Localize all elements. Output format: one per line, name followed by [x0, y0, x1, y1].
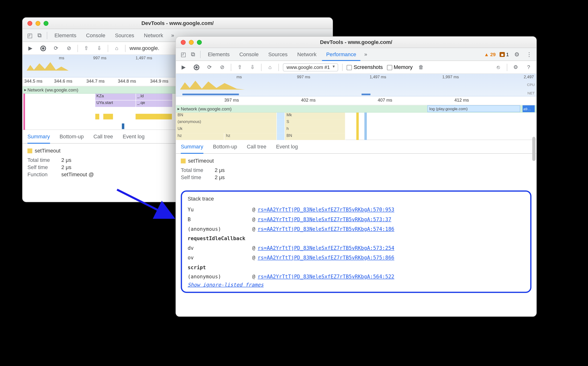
tab-elements[interactable]: Elements: [204, 48, 234, 61]
timeline-overview[interactable]: ms 997 ms 1,497 ms 1,997 ms 2,497 CPU NE…: [176, 74, 536, 96]
home-icon[interactable]: ⌂: [265, 63, 274, 72]
subtab-bottomup[interactable]: Bottom-up: [213, 140, 237, 153]
stack-source-link[interactable]: rs=AA2YrTtTjPD_83NeleSxfEZ7rTB5vRKbgA:56…: [258, 272, 394, 282]
tab-sources[interactable]: Sources: [111, 29, 138, 42]
help-icon[interactable]: ?: [524, 63, 533, 72]
recording-selector[interactable]: www.google.com #1: [283, 63, 338, 71]
ruler-tick: 344.6 ms: [54, 79, 72, 84]
upload-icon[interactable]: ⇧: [82, 44, 91, 53]
settings-icon[interactable]: ⚙: [511, 63, 520, 72]
network-bar-log[interactable]: log (play.google.com): [427, 105, 520, 112]
panel-tabs: ◰ ⧉ Elements Console Sources Network Per…: [176, 48, 536, 61]
download-icon[interactable]: ⇩: [95, 44, 104, 53]
inspect-icon[interactable]: ◰: [179, 50, 187, 58]
flame-block[interactable]: (anonymous): [176, 119, 277, 126]
flame-chart[interactable]: BN Mk (anonymous) S Uk h hz hz BN: [176, 113, 536, 140]
download-icon[interactable]: ⇩: [248, 63, 257, 72]
url-label: www.google.: [130, 45, 159, 51]
more-tabs-icon[interactable]: »: [169, 32, 176, 38]
flame-block[interactable]: [277, 133, 285, 140]
gear-icon[interactable]: ⚙: [513, 50, 521, 58]
stack-frame: (anonymous)@rs=AA2YrTtTjPD_83NeleSxfEZ7r…: [188, 224, 525, 234]
flame-block[interactable]: _.qe: [136, 100, 172, 107]
flame-block[interactable]: hz: [224, 133, 277, 140]
stack-frame: requestIdleCallback: [188, 234, 525, 243]
record-button[interactable]: [39, 44, 47, 53]
flame-block[interactable]: Uk: [176, 126, 277, 133]
more-tabs-icon[interactable]: »: [362, 51, 369, 57]
flame-block[interactable]: _.ld: [136, 94, 172, 100]
stack-source-link[interactable]: rs=AA2YrTtTjPD_83NeleSxfEZ7rTB5vRKbgA:57…: [258, 214, 391, 224]
inspect-icon[interactable]: ◰: [26, 31, 34, 39]
flame-block[interactable]: BN: [176, 113, 277, 120]
scrollbar[interactable]: [532, 137, 535, 161]
upload-icon[interactable]: ⇧: [235, 63, 244, 72]
network-bar-a9[interactable]: a9…: [523, 105, 535, 112]
stack-source-link[interactable]: rs=AA2YrTtTjPD_83NeleSxfEZ7rTB5vRKbgA:57…: [258, 224, 394, 234]
flame-block[interactable]: S: [285, 119, 345, 126]
ruler-tick: 402 ms: [301, 98, 316, 103]
stack-fn: Yu: [188, 205, 252, 214]
shortcuts-icon[interactable]: ⎋: [494, 63, 503, 72]
subtab-summary[interactable]: Summary: [181, 140, 203, 154]
tab-sources[interactable]: Sources: [264, 48, 292, 61]
flame-block[interactable]: KZa: [95, 94, 136, 100]
time-ruler[interactable]: 397 ms 402 ms 407 ms 412 ms: [176, 97, 536, 106]
home-icon[interactable]: ⌂: [112, 44, 121, 53]
flame-block[interactable]: UYa.start: [95, 100, 136, 107]
device-toolbar-icon[interactable]: ⧉: [189, 50, 197, 58]
flame-block[interactable]: [277, 126, 285, 133]
toggle-drawer-icon[interactable]: ▶: [26, 44, 35, 53]
titlebar[interactable]: DevTools - www.google.com/: [23, 18, 332, 29]
flame-block[interactable]: [277, 119, 285, 126]
color-swatch: [181, 158, 186, 163]
tab-performance[interactable]: Performance: [322, 48, 360, 61]
memory-toggle[interactable]: Memory: [387, 64, 413, 70]
device-toolbar-icon[interactable]: ⧉: [36, 31, 44, 39]
flame-block[interactable]: h: [285, 126, 345, 133]
ruler-tick: 344.7 ms: [86, 79, 105, 84]
reload-icon[interactable]: ⟳: [52, 44, 61, 53]
warning-badge[interactable]: ▲ 29: [484, 51, 496, 57]
show-ignored-link[interactable]: Show ignore-listed frames: [188, 282, 263, 288]
flame-block[interactable]: [277, 113, 285, 120]
flame-block[interactable]: hz: [176, 133, 224, 140]
at-symbol: @: [252, 272, 255, 282]
subtab-calltree[interactable]: Call tree: [93, 130, 113, 143]
subtab-calltree[interactable]: Call tree: [247, 140, 266, 153]
subtab-summary[interactable]: Summary: [27, 130, 50, 144]
clear-icon[interactable]: ⊘: [65, 44, 74, 53]
stack-frame: B@rs=AA2YrTtTjPD_83NeleSxfEZ7rTB5vRKbgA:…: [188, 214, 525, 224]
network-row[interactable]: ▸Network (ww.google.com) log (play.googl…: [176, 105, 536, 112]
stack-source-link[interactable]: rs=AA2YrTtTjPD_83NeleSxfEZ7rTB5vRKbgA:57…: [258, 205, 394, 214]
subtab-eventlog[interactable]: Event log: [276, 140, 298, 153]
tick: 1,997 ms: [442, 75, 459, 79]
tab-elements[interactable]: Elements: [50, 29, 80, 42]
clear-icon[interactable]: ⊘: [218, 63, 227, 72]
ruler-tick: 344.8 ms: [118, 79, 136, 84]
tab-console[interactable]: Console: [235, 48, 263, 61]
summary-panel: setTimeout Total time2 μs Self time2 μs: [176, 154, 536, 186]
tick: 1,497 ms: [136, 56, 152, 60]
toggle-drawer-icon[interactable]: ▶: [179, 63, 188, 72]
tab-console[interactable]: Console: [82, 29, 109, 42]
subtab-bottomup[interactable]: Bottom-up: [60, 130, 84, 143]
record-button[interactable]: [192, 63, 201, 72]
screenshots-toggle[interactable]: Screenshots: [347, 64, 383, 70]
titlebar[interactable]: DevTools - www.google.com/: [176, 37, 536, 48]
gc-icon[interactable]: 🗑: [417, 63, 426, 72]
tab-network[interactable]: Network: [140, 29, 167, 42]
kebab-icon[interactable]: ⋮: [525, 50, 533, 58]
stack-source-link[interactable]: rs=AA2YrTtTjPD_83NeleSxfEZ7rTB5vRKbgA:57…: [258, 253, 394, 262]
issue-badge[interactable]: ■ 1: [500, 51, 509, 57]
window-title: DevTools - www.google.com/: [176, 39, 536, 45]
flame-block[interactable]: BN: [285, 133, 345, 140]
reload-icon[interactable]: ⟳: [205, 63, 214, 72]
network-label: Network (ww.google.com): [181, 107, 232, 111]
subtab-eventlog[interactable]: Event log: [123, 130, 145, 143]
stack-source-link[interactable]: rs=AA2YrTtTjPD_83NeleSxfEZ7rTB5vRKbgA:57…: [258, 243, 394, 253]
color-swatch: [27, 148, 32, 153]
tick: ms: [59, 56, 64, 60]
tab-network[interactable]: Network: [293, 48, 321, 61]
flame-block[interactable]: Mk: [285, 113, 345, 120]
